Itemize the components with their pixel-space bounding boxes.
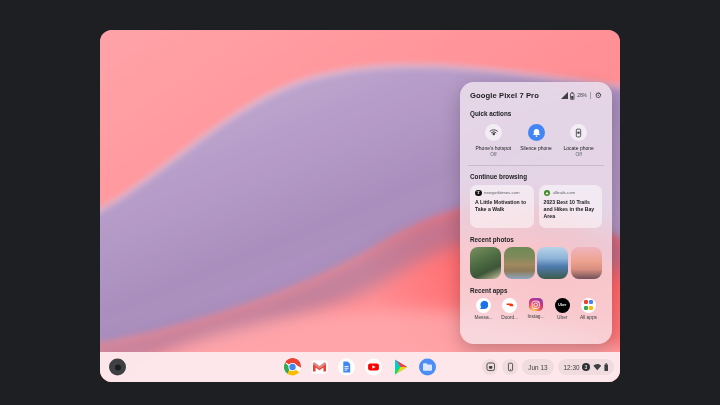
recent-app-instagram[interactable]: Instag... (524, 298, 549, 321)
desktop: Google Pixel 7 Pro 26% ⚙ Quick actions P… (0, 0, 720, 405)
wifi-icon (593, 363, 602, 371)
messages-app-icon (476, 298, 491, 313)
continue-browsing-row: T newyorktimes.com A Little Motivation t… (470, 185, 602, 228)
phone-name: Google Pixel 7 Pro (470, 91, 539, 100)
app-label: Messa... (474, 315, 492, 320)
recent-apps-heading: Recent apps (470, 287, 602, 294)
alltrails-favicon (544, 190, 551, 197)
section-divider (468, 165, 604, 166)
files-icon[interactable] (419, 358, 437, 376)
youtube-icon[interactable] (365, 358, 383, 376)
screencast-button[interactable] (482, 359, 498, 375)
all-apps-grid-icon (581, 298, 596, 313)
continue-browsing-heading: Continue browsing (470, 173, 602, 180)
browser-tab-card[interactable]: T newyorktimes.com A Little Motivation t… (470, 185, 534, 228)
sunset-photo[interactable] (571, 247, 602, 279)
quick-action-silence-phone[interactable]: Silence phone (515, 124, 558, 157)
uber-app-icon: Uber (555, 298, 570, 313)
quick-action-label: Phone's hotspot (475, 145, 511, 151)
launcher-icon (115, 364, 121, 370)
gmail-icon[interactable] (311, 358, 329, 376)
tab-title: A Little Motivation to Take a Walk (475, 199, 529, 213)
status-area[interactable]: 12:30 3 (558, 359, 615, 375)
recent-app-all-apps[interactable]: All apps (576, 298, 601, 321)
coastline-photo[interactable] (537, 247, 568, 279)
quick-action-label: Silence phone (520, 145, 552, 151)
chromeos-screen: Google Pixel 7 Pro 26% ⚙ Quick actions P… (100, 30, 620, 382)
recent-app-messages[interactable]: Messa... (471, 298, 496, 321)
quick-action-hotspot[interactable]: Phone's hotspot Off (472, 124, 515, 157)
signal-icon (561, 92, 568, 99)
quick-action-status: Off (576, 152, 582, 157)
screencast-icon (486, 362, 496, 372)
app-label: Doord... (501, 315, 518, 320)
pinned-apps (284, 358, 437, 376)
chrome-icon[interactable] (284, 358, 302, 376)
quick-action-locate-phone[interactable]: Locate phone Off (557, 124, 600, 157)
recent-apps-row: Messa... Doord... Instag... Uber Ube (470, 298, 602, 321)
quick-actions-heading: Quick actions (470, 110, 602, 117)
app-label: All apps (580, 315, 597, 320)
phone-status-cluster: 26% ⚙ (561, 92, 602, 100)
locate-phone-icon[interactable] (570, 124, 587, 141)
app-label: Instag... (527, 314, 544, 319)
date-pill[interactable]: Jun 13 (522, 359, 553, 375)
recent-photos-row (470, 247, 602, 279)
launcher-button[interactable] (109, 359, 126, 376)
doordash-app-icon (502, 298, 517, 313)
forest-trail-photo[interactable] (470, 247, 501, 279)
google-docs-icon[interactable] (338, 358, 356, 376)
shelf: Jun 13 12:30 3 (100, 352, 620, 382)
tab-title: 2023 Best 10 Trails and Hikes in the Bay… (544, 199, 598, 220)
instagram-app-icon (529, 298, 543, 312)
hotspot-icon[interactable] (485, 124, 502, 141)
quick-action-label: Locate phone (564, 145, 594, 151)
settings-gear-icon[interactable]: ⚙ (595, 92, 602, 100)
phone-hub-header: Google Pixel 7 Pro 26% ⚙ (470, 91, 602, 100)
clock: 12:30 (564, 364, 580, 371)
recent-app-doordash[interactable]: Doord... (497, 298, 522, 321)
google-play-icon[interactable] (392, 358, 410, 376)
app-label: Uber (557, 315, 567, 320)
nyt-favicon: T (475, 190, 482, 197)
recent-app-uber[interactable]: Uber Uber (550, 298, 575, 321)
phone-hub-icon (506, 362, 515, 372)
status-tray: Jun 13 12:30 3 (482, 359, 614, 375)
tab-domain: newyorktimes.com (484, 190, 520, 195)
battery-percent: 26% (577, 93, 587, 98)
phone-hub-panel: Google Pixel 7 Pro 26% ⚙ Quick actions P… (460, 82, 612, 344)
divider (590, 92, 591, 99)
battery-icon (570, 92, 575, 100)
quick-actions-row: Phone's hotspot Off Silence phone Locate… (470, 124, 602, 157)
bell-icon[interactable] (528, 124, 545, 141)
tab-domain: alltrails.com (553, 190, 576, 195)
browser-tab-card[interactable]: alltrails.com 2023 Best 10 Trails and Hi… (539, 185, 603, 228)
canyon-trail-photo[interactable] (504, 247, 535, 279)
battery-icon (604, 363, 609, 372)
recent-photos-heading: Recent photos (470, 236, 602, 243)
quick-action-status: Off (490, 152, 496, 157)
date-label: Jun 13 (528, 364, 547, 371)
notification-counter: 3 (582, 363, 590, 371)
phone-hub-button[interactable] (502, 359, 518, 375)
